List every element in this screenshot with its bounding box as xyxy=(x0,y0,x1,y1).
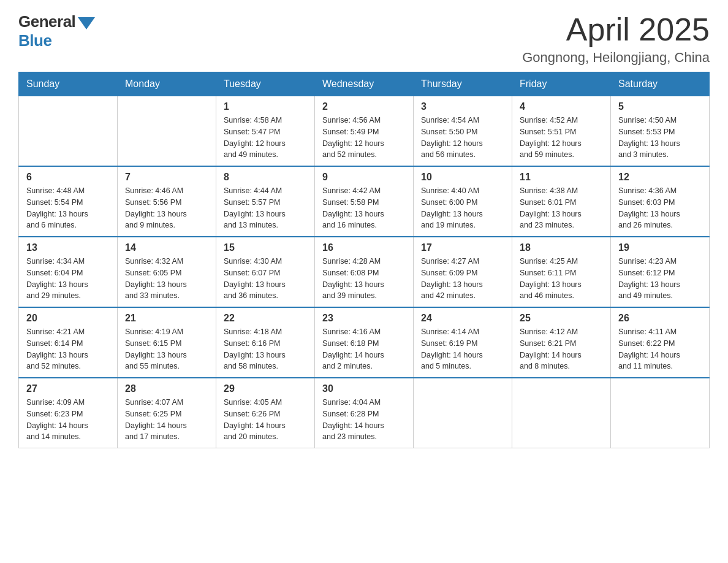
logo: General Blue xyxy=(18,12,95,50)
day-number: 10 xyxy=(421,172,504,183)
calendar-cell: 15Sunrise: 4:30 AM Sunset: 6:07 PM Dayli… xyxy=(216,237,315,307)
calendar-cell xyxy=(118,96,216,167)
logo-triangle-icon xyxy=(78,17,95,29)
day-info: Sunrise: 4:34 AM Sunset: 6:04 PM Dayligh… xyxy=(26,256,110,302)
calendar-cell: 8Sunrise: 4:44 AM Sunset: 5:57 PM Daylig… xyxy=(216,166,315,237)
day-info: Sunrise: 4:46 AM Sunset: 5:56 PM Dayligh… xyxy=(125,185,208,231)
day-number: 3 xyxy=(421,101,504,112)
day-number: 17 xyxy=(421,242,504,253)
calendar-cell: 7Sunrise: 4:46 AM Sunset: 5:56 PM Daylig… xyxy=(118,166,216,237)
calendar-cell: 17Sunrise: 4:27 AM Sunset: 6:09 PM Dayli… xyxy=(414,237,512,307)
day-number: 30 xyxy=(322,383,406,394)
day-number: 19 xyxy=(618,242,702,253)
day-number: 27 xyxy=(26,383,110,394)
day-info: Sunrise: 4:52 AM Sunset: 5:51 PM Dayligh… xyxy=(520,115,603,161)
day-info: Sunrise: 4:21 AM Sunset: 6:14 PM Dayligh… xyxy=(26,326,110,372)
calendar-cell: 9Sunrise: 4:42 AM Sunset: 5:58 PM Daylig… xyxy=(315,166,414,237)
calendar-cell: 23Sunrise: 4:16 AM Sunset: 6:18 PM Dayli… xyxy=(315,307,414,378)
calendar-cell: 28Sunrise: 4:07 AM Sunset: 6:25 PM Dayli… xyxy=(118,378,216,448)
day-number: 20 xyxy=(26,313,110,324)
calendar-header-thursday: Thursday xyxy=(414,72,512,96)
calendar-cell: 11Sunrise: 4:38 AM Sunset: 6:01 PM Dayli… xyxy=(512,166,611,237)
calendar-table: SundayMondayTuesdayWednesdayThursdayFrid… xyxy=(18,72,710,448)
calendar-cell xyxy=(512,378,611,448)
day-info: Sunrise: 4:23 AM Sunset: 6:12 PM Dayligh… xyxy=(618,256,702,302)
month-title: April 2025 xyxy=(522,12,710,47)
calendar-cell: 26Sunrise: 4:11 AM Sunset: 6:22 PM Dayli… xyxy=(611,307,710,378)
calendar-cell: 16Sunrise: 4:28 AM Sunset: 6:08 PM Dayli… xyxy=(315,237,414,307)
calendar-cell: 18Sunrise: 4:25 AM Sunset: 6:11 PM Dayli… xyxy=(512,237,611,307)
day-info: Sunrise: 4:56 AM Sunset: 5:49 PM Dayligh… xyxy=(322,115,406,161)
calendar-cell: 5Sunrise: 4:50 AM Sunset: 5:53 PM Daylig… xyxy=(611,96,710,167)
day-number: 4 xyxy=(520,101,603,112)
day-info: Sunrise: 4:05 AM Sunset: 6:26 PM Dayligh… xyxy=(224,397,307,443)
day-number: 23 xyxy=(322,313,406,324)
day-number: 24 xyxy=(421,313,504,324)
day-info: Sunrise: 4:40 AM Sunset: 6:00 PM Dayligh… xyxy=(421,185,504,231)
day-info: Sunrise: 4:04 AM Sunset: 6:28 PM Dayligh… xyxy=(322,397,406,443)
calendar-header-wednesday: Wednesday xyxy=(315,72,414,96)
calendar-cell: 2Sunrise: 4:56 AM Sunset: 5:49 PM Daylig… xyxy=(315,96,414,167)
calendar-cell xyxy=(19,96,118,167)
day-number: 8 xyxy=(224,172,307,183)
calendar-cell: 25Sunrise: 4:12 AM Sunset: 6:21 PM Dayli… xyxy=(512,307,611,378)
day-info: Sunrise: 4:12 AM Sunset: 6:21 PM Dayligh… xyxy=(520,326,603,372)
calendar-cell xyxy=(414,378,512,448)
week-row-5: 27Sunrise: 4:09 AM Sunset: 6:23 PM Dayli… xyxy=(19,378,710,448)
day-info: Sunrise: 4:27 AM Sunset: 6:09 PM Dayligh… xyxy=(421,256,504,302)
day-number: 28 xyxy=(125,383,208,394)
day-info: Sunrise: 4:09 AM Sunset: 6:23 PM Dayligh… xyxy=(26,397,110,443)
calendar-cell: 29Sunrise: 4:05 AM Sunset: 6:26 PM Dayli… xyxy=(216,378,315,448)
day-number: 16 xyxy=(322,242,406,253)
day-info: Sunrise: 4:14 AM Sunset: 6:19 PM Dayligh… xyxy=(421,326,504,372)
calendar-header-monday: Monday xyxy=(118,72,216,96)
calendar-header-sunday: Sunday xyxy=(19,72,118,96)
day-number: 11 xyxy=(520,172,603,183)
day-number: 26 xyxy=(618,313,702,324)
title-section: April 2025 Gongnong, Heilongjiang, China xyxy=(522,12,710,66)
day-info: Sunrise: 4:28 AM Sunset: 6:08 PM Dayligh… xyxy=(322,256,406,302)
calendar-cell: 13Sunrise: 4:34 AM Sunset: 6:04 PM Dayli… xyxy=(19,237,118,307)
day-number: 29 xyxy=(224,383,307,394)
day-number: 22 xyxy=(224,313,307,324)
calendar-cell: 30Sunrise: 4:04 AM Sunset: 6:28 PM Dayli… xyxy=(315,378,414,448)
calendar-cell: 19Sunrise: 4:23 AM Sunset: 6:12 PM Dayli… xyxy=(611,237,710,307)
page-header: General Blue April 2025 Gongnong, Heilon… xyxy=(18,12,710,66)
calendar-cell: 3Sunrise: 4:54 AM Sunset: 5:50 PM Daylig… xyxy=(414,96,512,167)
day-number: 21 xyxy=(125,313,208,324)
week-row-4: 20Sunrise: 4:21 AM Sunset: 6:14 PM Dayli… xyxy=(19,307,710,378)
day-info: Sunrise: 4:36 AM Sunset: 6:03 PM Dayligh… xyxy=(618,185,702,231)
calendar-cell: 24Sunrise: 4:14 AM Sunset: 6:19 PM Dayli… xyxy=(414,307,512,378)
day-info: Sunrise: 4:54 AM Sunset: 5:50 PM Dayligh… xyxy=(421,115,504,161)
calendar-cell: 12Sunrise: 4:36 AM Sunset: 6:03 PM Dayli… xyxy=(611,166,710,237)
day-info: Sunrise: 4:25 AM Sunset: 6:11 PM Dayligh… xyxy=(520,256,603,302)
day-number: 13 xyxy=(26,242,110,253)
day-info: Sunrise: 4:38 AM Sunset: 6:01 PM Dayligh… xyxy=(520,185,603,231)
calendar-header-friday: Friday xyxy=(512,72,611,96)
day-info: Sunrise: 4:30 AM Sunset: 6:07 PM Dayligh… xyxy=(224,256,307,302)
day-info: Sunrise: 4:16 AM Sunset: 6:18 PM Dayligh… xyxy=(322,326,406,372)
calendar-cell: 10Sunrise: 4:40 AM Sunset: 6:00 PM Dayli… xyxy=(414,166,512,237)
day-number: 6 xyxy=(26,172,110,183)
week-row-2: 6Sunrise: 4:48 AM Sunset: 5:54 PM Daylig… xyxy=(19,166,710,237)
day-number: 12 xyxy=(618,172,702,183)
logo-general-text: General xyxy=(18,12,75,31)
calendar-cell: 21Sunrise: 4:19 AM Sunset: 6:15 PM Dayli… xyxy=(118,307,216,378)
day-info: Sunrise: 4:32 AM Sunset: 6:05 PM Dayligh… xyxy=(125,256,208,302)
calendar-cell: 6Sunrise: 4:48 AM Sunset: 5:54 PM Daylig… xyxy=(19,166,118,237)
day-info: Sunrise: 4:44 AM Sunset: 5:57 PM Dayligh… xyxy=(224,185,307,231)
day-info: Sunrise: 4:42 AM Sunset: 5:58 PM Dayligh… xyxy=(322,185,406,231)
day-info: Sunrise: 4:11 AM Sunset: 6:22 PM Dayligh… xyxy=(618,326,702,372)
calendar-header-saturday: Saturday xyxy=(611,72,710,96)
calendar-header-tuesday: Tuesday xyxy=(216,72,315,96)
day-number: 25 xyxy=(520,313,603,324)
day-info: Sunrise: 4:18 AM Sunset: 6:16 PM Dayligh… xyxy=(224,326,307,372)
calendar-cell: 27Sunrise: 4:09 AM Sunset: 6:23 PM Dayli… xyxy=(19,378,118,448)
calendar-cell xyxy=(611,378,710,448)
day-number: 2 xyxy=(322,101,406,112)
location-title: Gongnong, Heilongjiang, China xyxy=(522,50,710,66)
day-number: 14 xyxy=(125,242,208,253)
logo-blue-text: Blue xyxy=(18,31,51,50)
day-info: Sunrise: 4:50 AM Sunset: 5:53 PM Dayligh… xyxy=(618,115,702,161)
day-info: Sunrise: 4:48 AM Sunset: 5:54 PM Dayligh… xyxy=(26,185,110,231)
